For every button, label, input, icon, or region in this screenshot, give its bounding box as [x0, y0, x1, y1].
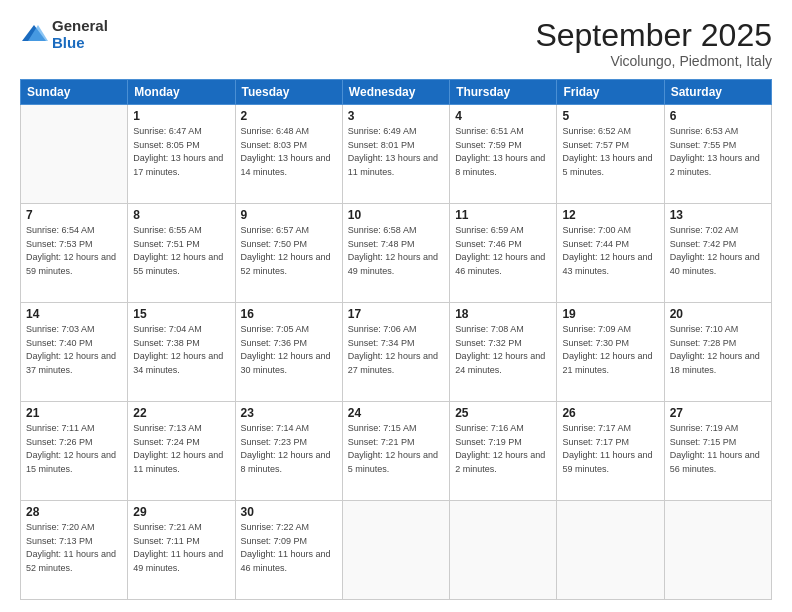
calendar-cell: 12Sunrise: 7:00 AMSunset: 7:44 PMDayligh…: [557, 204, 664, 303]
day-number: 22: [133, 406, 229, 420]
calendar-cell: 14Sunrise: 7:03 AMSunset: 7:40 PMDayligh…: [21, 303, 128, 402]
day-number: 19: [562, 307, 658, 321]
calendar-cell: [557, 501, 664, 600]
calendar-cell: 25Sunrise: 7:16 AMSunset: 7:19 PMDayligh…: [450, 402, 557, 501]
day-number: 26: [562, 406, 658, 420]
calendar-cell: 4Sunrise: 6:51 AMSunset: 7:59 PMDaylight…: [450, 105, 557, 204]
day-number: 15: [133, 307, 229, 321]
page: General Blue September 2025 Vicolungo, P…: [0, 0, 792, 612]
weekday-header-row: SundayMondayTuesdayWednesdayThursdayFrid…: [21, 80, 772, 105]
day-info: Sunrise: 7:06 AMSunset: 7:34 PMDaylight:…: [348, 323, 444, 377]
calendar-cell: 10Sunrise: 6:58 AMSunset: 7:48 PMDayligh…: [342, 204, 449, 303]
day-info: Sunrise: 6:53 AMSunset: 7:55 PMDaylight:…: [670, 125, 766, 179]
day-number: 16: [241, 307, 337, 321]
calendar-cell: 9Sunrise: 6:57 AMSunset: 7:50 PMDaylight…: [235, 204, 342, 303]
day-number: 14: [26, 307, 122, 321]
weekday-header-monday: Monday: [128, 80, 235, 105]
title-block: September 2025 Vicolungo, Piedmont, Ital…: [535, 18, 772, 69]
day-info: Sunrise: 7:05 AMSunset: 7:36 PMDaylight:…: [241, 323, 337, 377]
calendar-table: SundayMondayTuesdayWednesdayThursdayFrid…: [20, 79, 772, 600]
day-number: 5: [562, 109, 658, 123]
day-number: 4: [455, 109, 551, 123]
day-number: 1: [133, 109, 229, 123]
calendar-cell: 16Sunrise: 7:05 AMSunset: 7:36 PMDayligh…: [235, 303, 342, 402]
weekday-header-saturday: Saturday: [664, 80, 771, 105]
calendar-cell: 21Sunrise: 7:11 AMSunset: 7:26 PMDayligh…: [21, 402, 128, 501]
calendar-week-row: 28Sunrise: 7:20 AMSunset: 7:13 PMDayligh…: [21, 501, 772, 600]
calendar-cell: 29Sunrise: 7:21 AMSunset: 7:11 PMDayligh…: [128, 501, 235, 600]
calendar-week-row: 21Sunrise: 7:11 AMSunset: 7:26 PMDayligh…: [21, 402, 772, 501]
day-info: Sunrise: 6:55 AMSunset: 7:51 PMDaylight:…: [133, 224, 229, 278]
day-info: Sunrise: 7:09 AMSunset: 7:30 PMDaylight:…: [562, 323, 658, 377]
day-info: Sunrise: 7:16 AMSunset: 7:19 PMDaylight:…: [455, 422, 551, 476]
day-info: Sunrise: 6:59 AMSunset: 7:46 PMDaylight:…: [455, 224, 551, 278]
day-number: 18: [455, 307, 551, 321]
day-info: Sunrise: 7:15 AMSunset: 7:21 PMDaylight:…: [348, 422, 444, 476]
calendar-week-row: 7Sunrise: 6:54 AMSunset: 7:53 PMDaylight…: [21, 204, 772, 303]
calendar-header: SundayMondayTuesdayWednesdayThursdayFrid…: [21, 80, 772, 105]
calendar-cell: 17Sunrise: 7:06 AMSunset: 7:34 PMDayligh…: [342, 303, 449, 402]
day-info: Sunrise: 7:03 AMSunset: 7:40 PMDaylight:…: [26, 323, 122, 377]
calendar-cell: 26Sunrise: 7:17 AMSunset: 7:17 PMDayligh…: [557, 402, 664, 501]
day-info: Sunrise: 6:51 AMSunset: 7:59 PMDaylight:…: [455, 125, 551, 179]
day-info: Sunrise: 6:58 AMSunset: 7:48 PMDaylight:…: [348, 224, 444, 278]
day-info: Sunrise: 7:11 AMSunset: 7:26 PMDaylight:…: [26, 422, 122, 476]
day-info: Sunrise: 7:02 AMSunset: 7:42 PMDaylight:…: [670, 224, 766, 278]
day-info: Sunrise: 7:08 AMSunset: 7:32 PMDaylight:…: [455, 323, 551, 377]
calendar-cell: [21, 105, 128, 204]
calendar-cell: 24Sunrise: 7:15 AMSunset: 7:21 PMDayligh…: [342, 402, 449, 501]
calendar-cell: 2Sunrise: 6:48 AMSunset: 8:03 PMDaylight…: [235, 105, 342, 204]
calendar-body: 1Sunrise: 6:47 AMSunset: 8:05 PMDaylight…: [21, 105, 772, 600]
day-number: 23: [241, 406, 337, 420]
logo-blue-text: Blue: [52, 35, 108, 52]
day-number: 8: [133, 208, 229, 222]
day-number: 24: [348, 406, 444, 420]
day-number: 28: [26, 505, 122, 519]
day-number: 25: [455, 406, 551, 420]
day-number: 27: [670, 406, 766, 420]
weekday-header-sunday: Sunday: [21, 80, 128, 105]
calendar-cell: 5Sunrise: 6:52 AMSunset: 7:57 PMDaylight…: [557, 105, 664, 204]
day-number: 30: [241, 505, 337, 519]
day-number: 29: [133, 505, 229, 519]
day-number: 12: [562, 208, 658, 222]
calendar-cell: 30Sunrise: 7:22 AMSunset: 7:09 PMDayligh…: [235, 501, 342, 600]
calendar-cell: 20Sunrise: 7:10 AMSunset: 7:28 PMDayligh…: [664, 303, 771, 402]
weekday-header-tuesday: Tuesday: [235, 80, 342, 105]
header: General Blue September 2025 Vicolungo, P…: [20, 18, 772, 69]
day-info: Sunrise: 7:20 AMSunset: 7:13 PMDaylight:…: [26, 521, 122, 575]
day-number: 3: [348, 109, 444, 123]
month-title: September 2025: [535, 18, 772, 53]
logo-icon: [20, 21, 48, 49]
calendar-cell: 28Sunrise: 7:20 AMSunset: 7:13 PMDayligh…: [21, 501, 128, 600]
day-number: 17: [348, 307, 444, 321]
day-info: Sunrise: 7:13 AMSunset: 7:24 PMDaylight:…: [133, 422, 229, 476]
day-info: Sunrise: 6:49 AMSunset: 8:01 PMDaylight:…: [348, 125, 444, 179]
calendar-week-row: 14Sunrise: 7:03 AMSunset: 7:40 PMDayligh…: [21, 303, 772, 402]
calendar-cell: 23Sunrise: 7:14 AMSunset: 7:23 PMDayligh…: [235, 402, 342, 501]
calendar-cell: 15Sunrise: 7:04 AMSunset: 7:38 PMDayligh…: [128, 303, 235, 402]
calendar-cell: 11Sunrise: 6:59 AMSunset: 7:46 PMDayligh…: [450, 204, 557, 303]
calendar-cell: [450, 501, 557, 600]
day-info: Sunrise: 7:17 AMSunset: 7:17 PMDaylight:…: [562, 422, 658, 476]
calendar-cell: 1Sunrise: 6:47 AMSunset: 8:05 PMDaylight…: [128, 105, 235, 204]
day-info: Sunrise: 7:14 AMSunset: 7:23 PMDaylight:…: [241, 422, 337, 476]
calendar-cell: 22Sunrise: 7:13 AMSunset: 7:24 PMDayligh…: [128, 402, 235, 501]
location: Vicolungo, Piedmont, Italy: [535, 53, 772, 69]
day-info: Sunrise: 6:48 AMSunset: 8:03 PMDaylight:…: [241, 125, 337, 179]
day-info: Sunrise: 7:19 AMSunset: 7:15 PMDaylight:…: [670, 422, 766, 476]
weekday-header-thursday: Thursday: [450, 80, 557, 105]
calendar-cell: 13Sunrise: 7:02 AMSunset: 7:42 PMDayligh…: [664, 204, 771, 303]
calendar-cell: 27Sunrise: 7:19 AMSunset: 7:15 PMDayligh…: [664, 402, 771, 501]
day-info: Sunrise: 7:22 AMSunset: 7:09 PMDaylight:…: [241, 521, 337, 575]
day-info: Sunrise: 7:04 AMSunset: 7:38 PMDaylight:…: [133, 323, 229, 377]
day-number: 11: [455, 208, 551, 222]
calendar-cell: 7Sunrise: 6:54 AMSunset: 7:53 PMDaylight…: [21, 204, 128, 303]
day-number: 2: [241, 109, 337, 123]
day-info: Sunrise: 7:00 AMSunset: 7:44 PMDaylight:…: [562, 224, 658, 278]
calendar-cell: [664, 501, 771, 600]
day-number: 21: [26, 406, 122, 420]
day-info: Sunrise: 6:57 AMSunset: 7:50 PMDaylight:…: [241, 224, 337, 278]
weekday-header-wednesday: Wednesday: [342, 80, 449, 105]
day-info: Sunrise: 7:21 AMSunset: 7:11 PMDaylight:…: [133, 521, 229, 575]
